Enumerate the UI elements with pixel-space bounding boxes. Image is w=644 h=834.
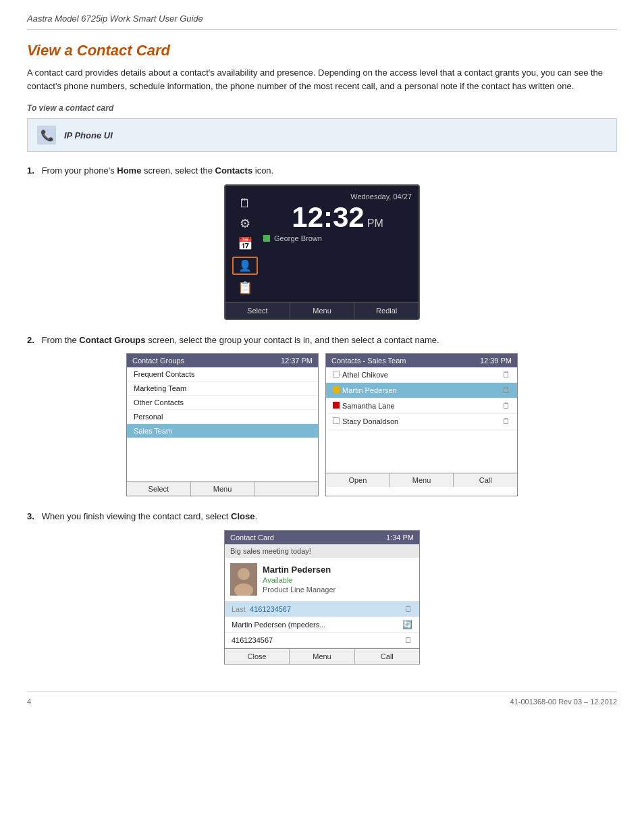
presence-dot [263,235,270,242]
contact-samantha[interactable]: Samantha Lane 🗒 [326,398,517,414]
cs-softkey-open[interactable]: Open [326,473,390,487]
contacts-icon[interactable]: 🗒 [232,197,258,211]
phone-time: 12:32 [292,203,364,232]
contact-row-icon-3: 🗒 [404,635,412,645]
ip-phone-label: IP Phone UI [64,130,113,140]
contact-row-icon-2: 🔄 [402,620,412,629]
phone-softkey-select[interactable]: Select [225,303,290,319]
contact-screens: Contact Groups 12:37 PM Frequent Contact… [126,353,518,496]
ip-phone-icon: 📞 [36,124,57,146]
section-description: A contact card provides details about a … [27,66,617,93]
cs-softkey-menu[interactable]: Menu [390,473,454,487]
footer-doc-ref: 41-001368-00 Rev 03 – 12.2012 [510,698,617,706]
settings-icon[interactable]: ⚙ [232,216,258,231]
contact-card-title: Contact Card [230,533,274,542]
contact-card-icon-4: 🗒 [502,417,510,426]
contact-athel[interactable]: Athel Chikove 🗒 [326,367,517,383]
contact-groups-screen: Contact Groups 12:37 PM Frequent Contact… [126,353,319,496]
phone-softkey-redial[interactable]: Redial [354,303,419,319]
step-2-text: 2. From the Contact Groups screen, selec… [27,334,617,347]
contact-last-label: Last 4161234567 [232,605,291,613]
footer-page: 4 [27,698,31,706]
contact-profile-name: Martin Pedersen (mpeders... [232,621,325,629]
step-3-text: 3. When you finish viewing the contact c… [27,510,617,523]
step-3: 3. When you finish viewing the contact c… [27,510,617,664]
contact-groups-header: Contact Groups 12:37 PM [127,354,318,367]
phone-screen: 🗒 ⚙ 📅 👤 📋 Wednesday, 04/27 12:32 PM [224,184,420,320]
contact-groups-time: 12:37 PM [281,357,313,365]
group-sales[interactable]: Sales Team [127,424,318,438]
doc-header: Aastra Model 6725ip Work Smart User Guid… [27,14,617,30]
cg-softkey-empty [254,482,318,496]
contacts-sales-softkeys: Open Menu Call [326,473,517,487]
contacts-sales-title: Contacts - Sales Team [331,357,406,365]
phone-softkey-menu[interactable]: Menu [290,303,355,319]
phone-softkeys: Select Menu Redial [225,302,419,319]
cg-softkey-menu[interactable]: Menu [191,482,255,496]
cc-softkey-close[interactable]: Close [225,649,290,664]
step-1: 1. From your phone's Home screen, select… [27,164,617,320]
contact-groups-title: Contact Groups [132,357,184,365]
step-2: 2. From the Contact Groups screen, selec… [27,334,617,497]
calls-icon[interactable]: 📋 [232,280,258,295]
ip-phone-bar: 📞 IP Phone UI [27,118,617,152]
contact-card-screen: Contact Card 1:34 PM Big sales meeting t… [224,530,420,664]
step-1-number: 1. [27,165,34,176]
phone-date: Wednesday, 04/27 [263,192,412,201]
step-2-number: 2. [27,335,34,345]
section-title: View a Contact Card [27,42,617,59]
cs-softkey-call[interactable]: Call [454,473,517,487]
contact-phone-row[interactable]: 4161234567 🗒 [225,633,419,648]
contact-phone-number: 4161234567 [232,636,273,644]
group-marketing[interactable]: Marketing Team [127,382,318,396]
contact-card-softkeys: Close Menu Call [225,648,419,664]
contact-card-icon-3: 🗒 [502,401,510,411]
doc-footer: 4 41-001368-00 Rev 03 – 12.2012 [27,692,617,706]
contacts-sales-screen: Contacts - Sales Team 12:39 PM Athel Chi… [325,353,518,496]
contact-last-row[interactable]: Last 4161234567 🗒 [225,602,419,617]
contact-avatar [230,563,257,596]
svg-text:📞: 📞 [41,129,54,142]
group-personal[interactable]: Personal [127,410,318,424]
status-empty-2 [333,417,340,424]
contact-stacy[interactable]: Stacy Donaldson 🗒 [326,414,517,429]
phone-screen-inner: 🗒 ⚙ 📅 👤 📋 Wednesday, 04/27 12:32 PM [225,186,419,302]
phone-presence: George Brown [263,234,412,242]
contact-card-note: Big sales meeting today! [225,544,419,558]
contact-card-icon-2: 🗒 [502,386,510,395]
contacts-sales-time: 12:39 PM [480,357,512,365]
calendar-icon[interactable]: 📅 [232,236,258,251]
contact-job-title: Product Line Manager [263,585,336,594]
phone-ampm: PM [367,217,383,230]
status-yellow [333,386,340,393]
presence-name: George Brown [274,234,322,242]
contact-card-icon-1: 🗒 [502,370,510,380]
group-frequent[interactable]: Frequent Contacts [127,367,318,382]
svg-point-3 [238,568,250,580]
contact-groups-softkeys: Select Menu [127,481,318,496]
contact-status: Available [263,576,336,584]
contact-martin[interactable]: Martin Pedersen 🗒 [326,383,517,398]
cg-softkey-select[interactable]: Select [127,482,191,496]
contact-card-profile: Martin Pedersen Available Product Line M… [225,558,419,602]
contacts-sales-header: Contacts - Sales Team 12:39 PM [326,354,517,367]
sub-heading: To view a contact card [27,103,617,113]
contact-selected-icon[interactable]: 👤 [232,257,258,275]
step-3-number: 3. [27,511,34,521]
contact-profile-row[interactable]: Martin Pedersen (mpeders... 🔄 [225,617,419,633]
contact-card-header: Contact Card 1:34 PM [225,531,419,544]
status-red [333,402,340,409]
step-1-text: 1. From your phone's Home screen, select… [27,164,617,178]
cc-softkey-call[interactable]: Call [355,649,419,664]
group-other[interactable]: Other Contacts [127,396,318,410]
status-empty-1 [333,371,340,377]
contact-name: Martin Pedersen [263,565,336,575]
doc-title: Aastra Model 6725ip Work Smart User Guid… [27,14,203,24]
cc-softkey-menu[interactable]: Menu [290,649,354,664]
contact-row-icon-1: 🗒 [404,604,412,614]
contact-card-time: 1:34 PM [386,533,414,542]
contact-info: Martin Pedersen Available Product Line M… [263,563,336,596]
